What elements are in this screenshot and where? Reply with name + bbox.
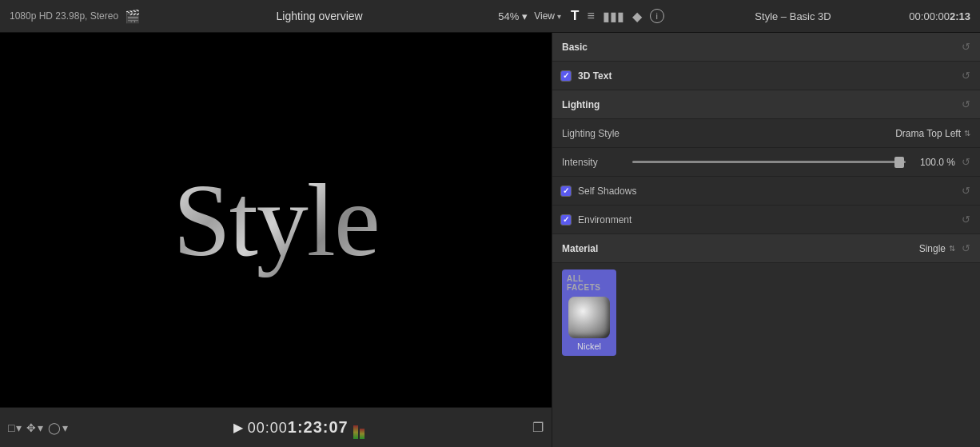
video-panel: Style □ ▾ ✥ ▾ ◯ ▾ ▶ 0 [0,33,552,447]
audio-meter [353,417,368,439]
intensity-slider[interactable] [632,161,906,163]
material-sphere [568,297,610,338]
tool-select-button[interactable]: ✥ ▾ [26,421,43,434]
material-label: Material [562,243,598,254]
top-bar-right: T ≡ ▮▮▮ ◆ i Style – Basic 3D 00:00:002:1… [561,8,970,24]
lighting-style-row: Lighting Style Drama Top Left ⇅ [552,119,980,148]
audio-bar-left [353,425,358,439]
speed-chevron-icon: ▾ [62,421,68,434]
view-mode-chevron-icon: ▾ [16,421,22,434]
zoom-chevron-icon[interactable]: ▾ [522,10,528,22]
intensity-reset-button[interactable]: ↺ [962,156,970,168]
bottom-left-controls: □ ▾ ✥ ▾ ◯ ▾ [8,421,68,434]
timecode-main: 1:23:07 [288,418,349,436]
lighting-section-header: Lighting ↺ [552,90,980,119]
transport-controls: ▶ 00:001:23:07 [74,417,526,439]
main-area: Style □ ▾ ✥ ▾ ◯ ▾ ▶ 0 [0,33,980,447]
intensity-slider-thumb[interactable] [894,157,904,168]
clapper-icon: 🎬 [125,9,141,24]
audio-bar-right [360,429,365,439]
video-canvas: Style [0,33,552,407]
style-preview-text: Style [173,160,378,280]
view-mode-icon: □ [8,421,14,434]
select-tool-icon: ✥ [26,421,36,434]
intensity-label: Intensity [562,157,626,168]
material-chevron-icon: ⇅ [949,244,955,253]
film-strip-icon[interactable]: ▮▮▮ [603,9,624,24]
lighting-style-chevron-icon: ⇅ [964,129,970,138]
self-shadows-row: Self Shadows ↺ [552,177,980,206]
top-bar-left: 1080p HD 23.98p, Stereo 🎬 Lighting overv… [10,9,561,24]
material-reset-button[interactable]: ↺ [962,242,970,254]
filter-icon[interactable]: ◆ [632,9,642,24]
speed-button[interactable]: ◯ ▾ [48,421,68,434]
view-button[interactable]: View ▾ [534,10,561,22]
all-facets-label: ALL FACETS [567,274,612,292]
style-name: Style – Basic 3D [677,10,910,22]
fullscreen-button[interactable]: ❐ [532,420,544,435]
info-icon[interactable]: i [650,9,664,23]
project-title: Lighting overview [147,10,492,22]
self-shadows-label: Self Shadows [578,186,636,197]
environment-reset-button[interactable]: ↺ [962,214,970,225]
zoom-controls[interactable]: 54% ▾ [498,10,528,22]
select-chevron-icon: ▾ [38,421,43,434]
video-info: 1080p HD 23.98p, Stereo [10,10,118,22]
lighting-style-label: Lighting Style [562,128,619,139]
view-mode-button[interactable]: □ ▾ [8,421,22,434]
lighting-label: Lighting [562,99,600,110]
lighting-style-dropdown[interactable]: Drama Top Left ⇅ [895,128,970,139]
material-dropdown[interactable]: Single ⇅ [919,243,955,254]
inspector-panel: Basic ↺ 3D Text ↺ Lighting ↺ Lighting St… [552,33,980,447]
lighting-reset-button[interactable]: ↺ [962,98,970,110]
transport-bar: □ ▾ ✥ ▾ ◯ ▾ ▶ 00:001:23:07 [0,407,552,447]
basic-label: Basic [562,42,588,53]
timecode-display: 00:001:23:07 [248,418,349,437]
3d-text-row: 3D Text ↺ [552,62,980,90]
align-icon[interactable]: ≡ [587,9,594,23]
material-thumbnail[interactable]: ALL FACETS Nickel [562,269,616,356]
play-button[interactable]: ▶ [233,420,243,435]
top-timecode: 00:00:002:13 [909,10,970,22]
material-thumbnail-area: ALL FACETS Nickel [552,263,980,365]
speed-icon: ◯ [48,421,61,434]
self-shadows-reset-button[interactable]: ↺ [962,185,970,197]
3d-text-label: 3D Text [578,70,612,82]
material-section-header: Material Single ⇅ ↺ [552,234,980,263]
environment-row: Environment ↺ [552,206,980,234]
basic-reset-button[interactable]: ↺ [962,41,970,53]
material-value: Single [919,243,946,254]
intensity-value: 100.0 % [912,157,955,168]
environment-checkbox[interactable] [560,214,572,225]
basic-section-header: Basic ↺ [552,33,980,62]
text-format-icon[interactable]: T [571,8,579,24]
zoom-value[interactable]: 54% [498,10,519,22]
self-shadows-checkbox[interactable] [560,186,572,197]
3d-text-reset-button[interactable]: ↺ [962,70,970,82]
intensity-row: Intensity 100.0 % ↺ [552,148,980,177]
3d-text-checkbox[interactable] [560,70,572,82]
environment-label: Environment [578,214,631,225]
lighting-style-value: Drama Top Left [895,128,961,139]
top-bar: 1080p HD 23.98p, Stereo 🎬 Lighting overv… [0,0,980,33]
inspector-icon-group: T ≡ ▮▮▮ ◆ i [571,8,664,24]
material-name-label: Nickel [577,341,601,351]
timecode-prefix: 00:00 [248,420,288,436]
